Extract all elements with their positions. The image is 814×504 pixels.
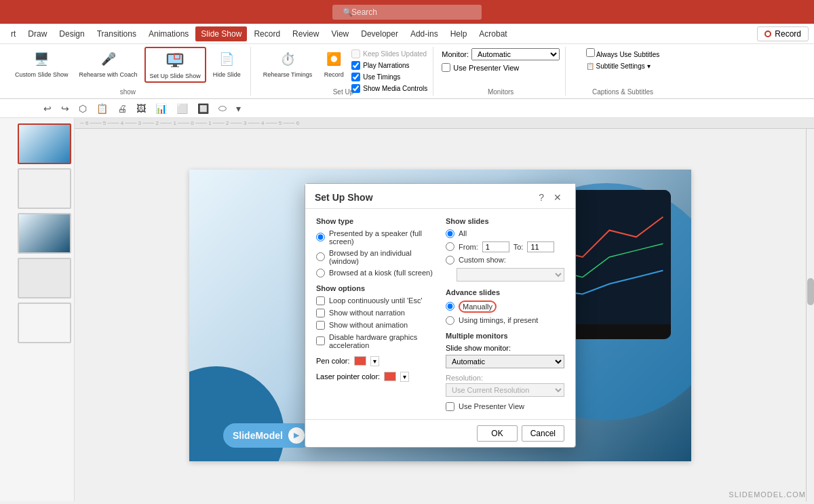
ribbon-group-captions-label: Captions & Subtitles xyxy=(568,88,677,96)
hide-slide-button[interactable]: 📄 Hide Slide xyxy=(209,47,245,80)
slide-thumbnail-5[interactable] xyxy=(18,303,71,343)
show-without-narration-item[interactable]: Show without narration xyxy=(316,309,435,317)
slide-thumbnail-3[interactable] xyxy=(18,213,71,254)
print-button[interactable]: 🖨 xyxy=(115,102,130,115)
setup-slideshow-button[interactable]: Set Up Slide Show xyxy=(144,47,206,83)
redo-button[interactable]: ↪ xyxy=(58,102,72,115)
slide-thumbnail-2[interactable] xyxy=(18,168,71,209)
laser-color-dropdown[interactable]: ▾ xyxy=(400,372,409,382)
dialog-help-icon[interactable]: ? xyxy=(539,192,544,203)
rect-button[interactable]: ⬜ xyxy=(174,102,191,115)
monitor-select[interactable]: Automatic xyxy=(471,48,560,60)
subtitle-settings-button[interactable]: 📋 Subtitle Settings ▾ xyxy=(586,61,660,71)
slide-thumb-container-1: 1 xyxy=(3,123,71,164)
menu-item-view[interactable]: View xyxy=(326,26,354,41)
menu-item-review[interactable]: Review xyxy=(287,26,324,41)
keep-slides-updated-checkbox[interactable] xyxy=(351,50,360,58)
dialog-footer: OK Cancel xyxy=(305,419,575,447)
menu-item-record[interactable]: Record xyxy=(248,26,286,41)
menu-item-acrobat[interactable]: Acrobat xyxy=(473,26,512,41)
menu-item-addins[interactable]: Add-ins xyxy=(405,26,444,41)
menu-item-slideshow[interactable]: Slide Show xyxy=(195,26,247,41)
custom-slide-show-button[interactable]: 🖥️ Custom Slide Show xyxy=(11,47,73,80)
clipboard-button[interactable]: 📋 xyxy=(94,102,111,115)
search-input[interactable] xyxy=(332,5,482,20)
radio-all-input[interactable] xyxy=(446,229,454,238)
radio-manually-input[interactable] xyxy=(446,302,454,311)
radio-browsed-individual[interactable]: Browsed by an individual (window) xyxy=(316,249,435,265)
advance-slides-label: Advance slides xyxy=(446,288,564,296)
dialog-close-button[interactable]: ✕ xyxy=(549,191,566,204)
play-narrations-label[interactable]: Play Narrations xyxy=(351,61,427,70)
chart-button[interactable]: 📊 xyxy=(153,102,170,115)
loop-checkbox[interactable] xyxy=(316,296,325,305)
shapes-button[interactable]: ⬡ xyxy=(76,102,90,115)
radio-kiosk-input[interactable] xyxy=(316,269,325,277)
radio-custom-input[interactable] xyxy=(446,256,454,265)
from-value-input[interactable] xyxy=(482,241,509,252)
more-button[interactable]: ▾ xyxy=(233,102,244,115)
slide-canvas-area: SlideModel ▶ Set Up Show ? ✕ xyxy=(75,129,806,501)
no-animation-label: Show without animation xyxy=(329,321,408,329)
dialog-controls: ? ✕ xyxy=(539,191,566,204)
vertical-scrollbar[interactable] xyxy=(806,129,814,501)
resolution-select[interactable]: Use Current Resolution xyxy=(446,383,564,397)
radio-browsed-kiosk[interactable]: Browsed at a kiosk (full screen) xyxy=(316,269,435,277)
radio-from-slides[interactable]: From: To: xyxy=(446,241,564,252)
menu-item-draw[interactable]: Draw xyxy=(22,26,52,41)
rehearse-timings-button[interactable]: ⏱️ Rehearse Timings xyxy=(259,47,317,79)
slide-thumbnail-4[interactable] xyxy=(18,258,71,298)
use-timings-label[interactable]: Use Timings xyxy=(351,73,427,81)
menu-item-design[interactable]: Design xyxy=(54,26,90,41)
menu-item-developer[interactable]: Developer xyxy=(355,26,404,41)
use-presenter-view-dialog-checkbox[interactable] xyxy=(446,402,454,411)
radio-manually[interactable]: Manually xyxy=(446,301,564,313)
dialog-title: Set Up Show xyxy=(315,192,373,203)
use-timings-checkbox[interactable] xyxy=(351,73,360,81)
menu-item-rt[interactable]: rt xyxy=(5,26,21,41)
show-without-animation-item[interactable]: Show without animation xyxy=(316,321,435,330)
pen-color-dropdown[interactable]: ▾ xyxy=(370,356,379,366)
always-use-subtitles-label[interactable]: Always Use Subtitles xyxy=(586,48,660,58)
text-button[interactable]: ⬭ xyxy=(216,101,229,115)
radio-all-slides[interactable]: All xyxy=(446,229,564,238)
slide-thumbnail-1[interactable] xyxy=(18,123,71,164)
rehearse-coach-button[interactable]: 🎤 Rehearse with Coach xyxy=(75,47,142,80)
radio-timings-input[interactable] xyxy=(446,316,454,325)
disable-hw-accel-item[interactable]: Disable hardware graphics acceleration xyxy=(316,333,435,349)
radio-browsed-ind-input[interactable] xyxy=(316,252,325,261)
radio-from-input[interactable] xyxy=(446,242,454,251)
always-use-subtitles-checkbox[interactable] xyxy=(586,48,595,57)
undo-button[interactable]: ↩ xyxy=(41,102,54,115)
custom-show-select[interactable] xyxy=(457,268,564,282)
menu-item-animations[interactable]: Animations xyxy=(143,26,194,41)
no-narration-checkbox[interactable] xyxy=(316,309,325,317)
use-presenter-view-item[interactable]: Use Presenter View xyxy=(446,402,564,411)
disable-hw-accel-checkbox[interactable] xyxy=(316,336,325,345)
cancel-button[interactable]: Cancel xyxy=(522,425,564,442)
record-button-corner[interactable]: Record xyxy=(757,26,809,41)
ribbon-group-show: 🖥️ Custom Slide Show 🎤 Rehearse with Coa… xyxy=(5,47,251,96)
play-narrations-checkbox[interactable] xyxy=(351,61,360,70)
scroll-thumb[interactable] xyxy=(807,278,814,305)
ok-button[interactable]: OK xyxy=(477,425,517,442)
record-slideshow-btn[interactable]: ⏺️ Record xyxy=(319,47,349,79)
radio-custom-show[interactable]: Custom show: xyxy=(446,256,564,265)
loop-continuously-item[interactable]: Loop continuously until 'Esc' xyxy=(316,296,435,305)
radio-presented-by-speaker[interactable]: Presented by a speaker (full screen) xyxy=(316,229,435,246)
keep-slides-updated-label[interactable]: Keep Slides Updated xyxy=(351,50,427,58)
radio-using-timings[interactable]: Using timings, if present xyxy=(446,316,564,325)
layout-button[interactable]: 🔲 xyxy=(195,102,212,115)
slide-play-button[interactable]: ▶ xyxy=(288,427,305,444)
radio-presented-input[interactable] xyxy=(316,233,325,241)
setup-slideshow-icon xyxy=(164,50,186,71)
menu-item-help[interactable]: Help xyxy=(445,26,473,41)
slide-show-monitor-select[interactable]: Automatic xyxy=(446,355,564,368)
to-value-input[interactable] xyxy=(527,241,554,252)
disable-hw-accel-label: Disable hardware graphics acceleration xyxy=(329,333,435,349)
image-button[interactable]: 🖼 xyxy=(134,102,149,115)
menu-item-transitions[interactable]: Transitions xyxy=(92,26,142,41)
no-animation-checkbox[interactable] xyxy=(316,321,325,330)
use-presenter-view-checkbox[interactable] xyxy=(442,63,450,72)
ruler-horizontal: ─ 6 ─── 5 ─── 4 ─── 3 ─── 2 ─── 1 ─── 0 … xyxy=(75,118,814,129)
